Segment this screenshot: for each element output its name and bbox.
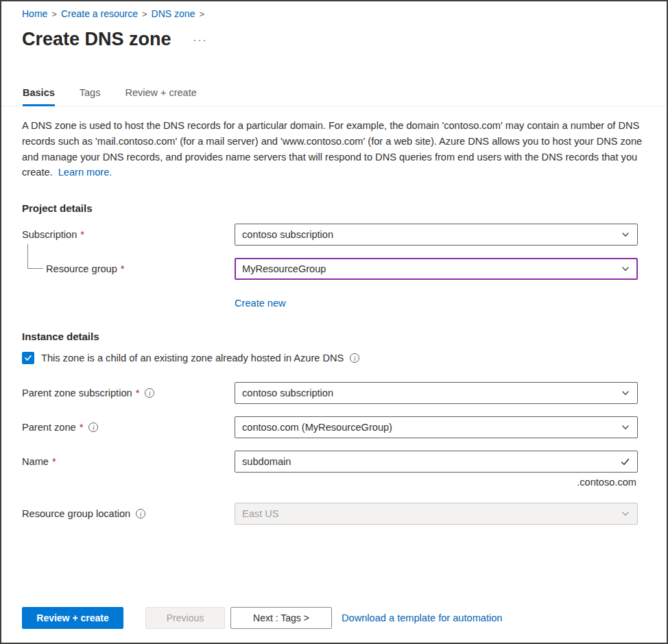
parent-zone-label-text: Parent zone <box>22 422 76 433</box>
parent-zone-dropdown[interactable]: contoso.com (MyResourceGroup) <box>235 416 638 438</box>
resource-group-label: Resource group* <box>22 263 235 274</box>
resource-group-location-value: East US <box>242 508 279 519</box>
breadcrumb-separator: > <box>142 9 147 19</box>
resource-group-row: Resource group* MyResourceGroup <box>1 258 667 280</box>
parent-zone-value: contoso.com (MyResourceGroup) <box>242 422 392 433</box>
subscription-label-text: Subscription <box>22 229 77 240</box>
required-asterisk: * <box>121 263 125 274</box>
name-suffix: .contoso.com <box>1 473 667 488</box>
previous-button: Previous <box>145 607 225 629</box>
chevron-down-icon <box>621 230 630 239</box>
tab-review-create[interactable]: Review + create <box>125 87 196 106</box>
valid-check-icon <box>620 457 630 467</box>
tab-basics[interactable]: Basics <box>23 87 55 106</box>
parent-zone-label: Parent zone* <box>22 422 235 433</box>
chevron-down-icon <box>621 509 630 518</box>
required-asterisk: * <box>80 229 84 240</box>
resource-group-value: MyResourceGroup <box>242 263 326 274</box>
child-zone-row: This zone is a child of an existing zone… <box>1 352 667 364</box>
page-description: A DNS zone is used to host the DNS recor… <box>22 118 646 180</box>
subscription-label: Subscription* <box>22 229 235 240</box>
resource-group-dropdown[interactable]: MyResourceGroup <box>235 258 638 280</box>
project-details-form: Subscription* contoso subscription Resou… <box>1 224 667 309</box>
name-label: Name* <box>22 456 235 467</box>
breadcrumb: Home>Create a resource>DNS zone> <box>1 1 667 19</box>
child-zone-checkbox[interactable] <box>22 352 34 364</box>
parent-zone-subscription-value: contoso subscription <box>242 387 333 398</box>
resource-group-label-text: Resource group <box>46 263 117 274</box>
chevron-down-icon <box>621 264 630 274</box>
chevron-down-icon <box>621 388 630 398</box>
parent-zone-subscription-label-text: Parent zone subscription <box>22 387 132 398</box>
subscription-row: Subscription* contoso subscription <box>1 224 667 246</box>
page-title: Create DNS zone <box>22 29 171 50</box>
learn-more-link[interactable]: Learn more. <box>58 167 112 178</box>
parent-zone-subscription-label: Parent zone subscription* <box>22 387 235 398</box>
resource-group-location-row: Resource group location East US <box>1 503 667 525</box>
info-icon[interactable] <box>136 509 145 518</box>
subscription-dropdown[interactable]: contoso subscription <box>235 224 638 246</box>
review-create-button[interactable]: Review + create <box>22 607 123 629</box>
tab-tags[interactable]: Tags <box>80 87 101 106</box>
instance-details-heading: Instance details <box>22 331 646 342</box>
project-details-heading: Project details <box>22 202 646 214</box>
resource-group-location-label-text: Resource group location <box>22 508 130 519</box>
parent-zone-subscription-row: Parent zone subscription* contoso subscr… <box>1 382 667 404</box>
footer-bar: Review + create Previous Next : Tags > D… <box>22 607 502 629</box>
page-header: Create DNS zone ··· <box>1 19 667 50</box>
breadcrumb-home[interactable]: Home <box>22 8 47 19</box>
name-input[interactable] <box>242 451 620 472</box>
chevron-down-icon <box>621 422 630 432</box>
description-text: A DNS zone is used to host the DNS recor… <box>22 120 642 178</box>
parent-zone-subscription-dropdown[interactable]: contoso subscription <box>235 382 638 404</box>
breadcrumb-dns-zone[interactable]: DNS zone <box>152 8 195 19</box>
required-asterisk: * <box>52 456 56 467</box>
info-icon[interactable] <box>88 422 98 432</box>
resource-group-location-dropdown: East US <box>235 503 638 525</box>
breadcrumb-separator: > <box>51 9 57 19</box>
resource-group-location-label: Resource group location <box>22 508 235 519</box>
required-asterisk: * <box>80 422 84 433</box>
parent-zone-row: Parent zone* contoso.com (MyResourceGrou… <box>1 416 667 438</box>
resource-group-connector-line <box>27 244 43 269</box>
name-row: Name* <box>1 451 667 473</box>
required-asterisk: * <box>136 387 140 398</box>
create-new-link[interactable]: Create new <box>235 298 286 309</box>
create-new-row: Create new <box>1 292 667 309</box>
info-icon[interactable] <box>145 388 154 398</box>
child-zone-label: This zone is a child of an existing zone… <box>41 353 344 363</box>
more-options-icon[interactable]: ··· <box>193 34 208 45</box>
tab-bar: Basics Tags Review + create <box>1 87 667 106</box>
name-field <box>235 451 638 473</box>
name-label-text: Name <box>22 456 49 467</box>
download-template-link[interactable]: Download a template for automation <box>342 612 502 623</box>
breadcrumb-separator: > <box>199 9 204 19</box>
info-icon[interactable] <box>350 353 359 363</box>
subscription-value: contoso subscription <box>242 229 333 240</box>
breadcrumb-create-a-resource[interactable]: Create a resource <box>61 8 138 19</box>
next-tags-button[interactable]: Next : Tags > <box>230 607 332 629</box>
